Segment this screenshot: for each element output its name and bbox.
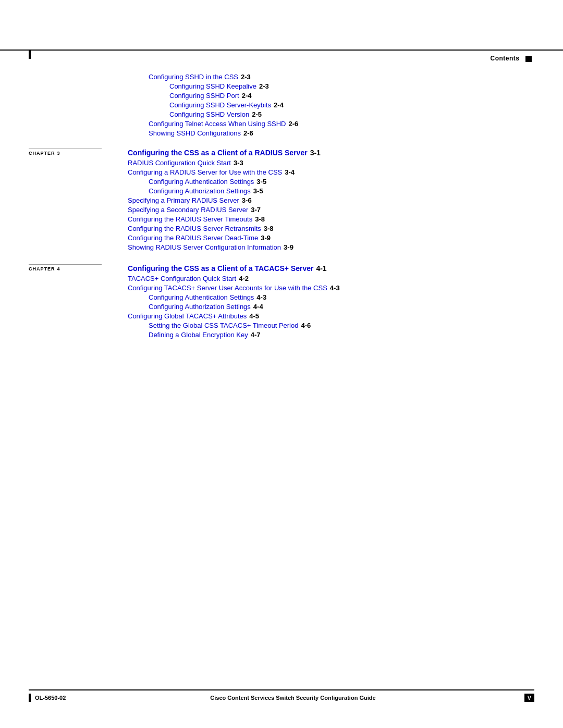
toc-number-tacacs-server-use: 4-3	[330, 284, 340, 292]
chapter-number-chapter3: 3	[57, 151, 60, 156]
toc-entry-radius-server-use: Configuring a RADIUS Server for Use with…	[128, 168, 534, 176]
toc-link-sshd-port[interactable]: Configuring SSHD Port	[169, 92, 239, 100]
toc-link-tacacs-server-use[interactable]: Configuring TACACS+ Server User Accounts…	[128, 284, 327, 292]
toc-number-sshd-keepalive: 2-3	[259, 82, 269, 90]
page-number: V	[524, 694, 534, 702]
chapter-title-entry-chapter3: Configuring the CSS as a Client of a RAD…	[128, 149, 534, 157]
toc-link-radius-retransmits[interactable]: Configuring the RADIUS Server Retransmit…	[128, 225, 261, 232]
chapter-section-chapter3: CHAPTER3Configuring the CSS as a Client …	[29, 149, 534, 253]
chapter-title-link-chapter4[interactable]: Configuring the CSS as a Client of a TAC…	[128, 264, 313, 273]
toc-number-tacacs-global-attrs: 4-5	[249, 312, 259, 320]
toc-link-sshd-keepalive[interactable]: Configuring SSHD Keepalive	[169, 82, 256, 90]
toc-number-tacacs-encryption-key: 4-7	[251, 331, 261, 339]
chapter-entries-chapter4: Configuring the CSS as a Client of a TAC…	[128, 264, 534, 340]
toc-link-radius-authz-settings[interactable]: Configuring Authorization Settings	[149, 187, 251, 195]
ssh-section: Configuring SSHD in the CSS2-3Configurin…	[149, 73, 534, 137]
toc-link-sshd-version[interactable]: Configuring SSHD Version	[169, 110, 249, 118]
toc-entry-radius-timeouts: Configuring the RADIUS Server Timeouts3-…	[128, 215, 534, 223]
toc-link-tacacs-quickstart[interactable]: TACACS+ Configuration Quick Start	[128, 275, 236, 282]
toc-link-telnet-access[interactable]: Configuring Telnet Access When Using SSH…	[149, 120, 286, 128]
footer-right: V	[520, 694, 534, 702]
toc-entry-tacacs-global-attrs: Configuring Global TACACS+ Attributes4-5	[128, 312, 534, 320]
toc-link-radius-timeouts[interactable]: Configuring the RADIUS Server Timeouts	[128, 215, 252, 223]
toc-entry-radius-dead-time: Configuring the RADIUS Server Dead-Time3…	[128, 234, 534, 242]
toc-number-sshd-server-keybits: 2-4	[274, 101, 284, 109]
toc-link-radius-quickstart[interactable]: RADIUS Configuration Quick Start	[128, 159, 231, 167]
left-margin-indicator	[29, 50, 31, 59]
chapters-container: CHAPTER3Configuring the CSS as a Client …	[29, 149, 534, 340]
toc-number-sshd-port: 2-4	[242, 92, 252, 100]
chapter-items-chapter4: TACACS+ Configuration Quick Start4-2Conf…	[128, 275, 534, 339]
toc-entry-sshd-keepalive: Configuring SSHD Keepalive2-3	[169, 82, 534, 90]
doc-number: OL-5650-02	[35, 695, 66, 701]
toc-entry-radius-secondary: Specifying a Secondary RADIUS Server3-7	[128, 206, 534, 214]
toc-link-radius-show-info[interactable]: Showing RADIUS Server Configuration Info…	[128, 243, 281, 251]
footer-title: Cisco Content Services Switch Security C…	[210, 695, 375, 701]
chapter-title-link-chapter3[interactable]: Configuring the CSS as a Client of a RAD…	[128, 149, 308, 157]
toc-entry-radius-primary: Specifying a Primary RADIUS Server3-6	[128, 196, 534, 204]
toc-entry-radius-retransmits: Configuring the RADIUS Server Retransmit…	[128, 225, 534, 232]
toc-link-tacacs-timeout[interactable]: Setting the Global CSS TACACS+ Timeout P…	[149, 322, 298, 329]
chapter-entries-chapter3: Configuring the CSS as a Client of a RAD…	[128, 149, 534, 253]
toc-number-radius-server-use: 3-4	[285, 168, 295, 176]
toc-link-tacacs-authz-settings[interactable]: Configuring Authorization Settings	[149, 303, 251, 311]
footer-center: Cisco Content Services Switch Security C…	[66, 694, 520, 701]
footer-content: OL-5650-02 Cisco Content Services Switch…	[29, 694, 534, 702]
chapter-title-entry-chapter4: Configuring the CSS as a Client of a TAC…	[128, 264, 534, 273]
toc-link-sshd-server-keybits[interactable]: Configuring SSHD Server-Keybits	[169, 101, 271, 109]
toc-number-radius-quickstart: 3-3	[234, 159, 243, 167]
toc-number-tacacs-authz-settings: 4-4	[253, 303, 263, 311]
toc-entry-tacacs-encryption-key: Defining a Global Encryption Key4-7	[149, 331, 534, 339]
toc-entry-tacacs-server-use: Configuring TACACS+ Server User Accounts…	[128, 284, 534, 292]
toc-entry-radius-quickstart: RADIUS Configuration Quick Start3-3	[128, 159, 534, 167]
toc-entry-tacacs-authz-settings: Configuring Authorization Settings4-4	[149, 303, 534, 311]
toc-number-radius-primary: 3-6	[242, 196, 252, 204]
contents-label: Contents	[490, 55, 519, 62]
chapter-divider-chapter4	[29, 264, 102, 265]
toc-number-radius-show-info: 3-9	[284, 243, 293, 251]
toc-link-showing-sshd[interactable]: Showing SSHD Configurations	[149, 129, 241, 137]
toc-link-radius-server-use[interactable]: Configuring a RADIUS Server for Use with…	[128, 168, 282, 176]
toc-entry-sshd-css: Configuring SSHD in the CSS2-3	[149, 73, 534, 81]
toc-link-radius-dead-time[interactable]: Configuring the RADIUS Server Dead-Time	[128, 234, 258, 242]
toc-entry-tacacs-auth-settings: Configuring Authentication Settings4-3	[149, 293, 534, 301]
toc-number-telnet-access: 2-6	[289, 120, 299, 128]
toc-number-showing-sshd: 2-6	[243, 129, 253, 137]
toc-link-sshd-css[interactable]: Configuring SSHD in the CSS	[149, 73, 238, 81]
toc-entry-radius-show-info: Showing RADIUS Server Configuration Info…	[128, 243, 534, 251]
toc-link-tacacs-encryption-key[interactable]: Defining a Global Encryption Key	[149, 331, 248, 339]
page-container: Contents Configuring SSHD in the CSS2-3C…	[0, 0, 563, 728]
toc-number-radius-secondary: 3-7	[251, 206, 261, 214]
toc-number-radius-authz-settings: 3-5	[253, 187, 263, 195]
chapter-prefix-chapter4: CHAPTER	[29, 266, 55, 272]
toc-number-tacacs-timeout: 4-6	[301, 322, 311, 329]
toc-link-radius-primary[interactable]: Specifying a Primary RADIUS Server	[128, 196, 239, 204]
toc-entry-tacacs-quickstart: TACACS+ Configuration Quick Start4-2	[128, 275, 534, 282]
toc-number-sshd-css: 2-3	[241, 73, 251, 81]
toc-entry-radius-auth-settings: Configuring Authentication Settings3-5	[149, 178, 534, 186]
footer: OL-5650-02 Cisco Content Services Switch…	[0, 689, 563, 702]
chapter-title-number-chapter3: 3-1	[310, 149, 321, 157]
chapter-items-chapter3: RADIUS Configuration Quick Start3-3Confi…	[128, 159, 534, 251]
chapter-prefix-chapter3: CHAPTER	[29, 151, 55, 156]
footer-left-bar	[29, 694, 31, 702]
toc-link-tacacs-auth-settings[interactable]: Configuring Authentication Settings	[149, 293, 254, 301]
top-border-bar	[0, 50, 563, 51]
contents-header: Contents	[490, 55, 532, 62]
toc-entry-telnet-access: Configuring Telnet Access When Using SSH…	[149, 120, 534, 128]
toc-entry-sshd-version: Configuring SSHD Version2-5	[169, 110, 534, 118]
toc-number-sshd-version: 2-5	[252, 110, 262, 118]
chapter-label-area-chapter3: CHAPTER3	[29, 149, 128, 156]
toc-number-radius-retransmits: 3-8	[264, 225, 274, 232]
toc-number-radius-timeouts: 3-8	[255, 215, 265, 223]
toc-number-radius-dead-time: 3-9	[261, 234, 271, 242]
chapter-divider-chapter3	[29, 149, 102, 149]
chapter-number-chapter4: 4	[57, 266, 60, 272]
toc-number-tacacs-auth-settings: 4-3	[256, 293, 266, 301]
toc-number-tacacs-quickstart: 4-2	[239, 275, 249, 282]
toc-link-radius-auth-settings[interactable]: Configuring Authentication Settings	[149, 178, 254, 186]
toc-entry-sshd-server-keybits: Configuring SSHD Server-Keybits2-4	[169, 101, 534, 109]
toc-link-radius-secondary[interactable]: Specifying a Secondary RADIUS Server	[128, 206, 248, 214]
toc-link-tacacs-global-attrs[interactable]: Configuring Global TACACS+ Attributes	[128, 312, 247, 320]
contents-block-icon	[525, 56, 532, 62]
